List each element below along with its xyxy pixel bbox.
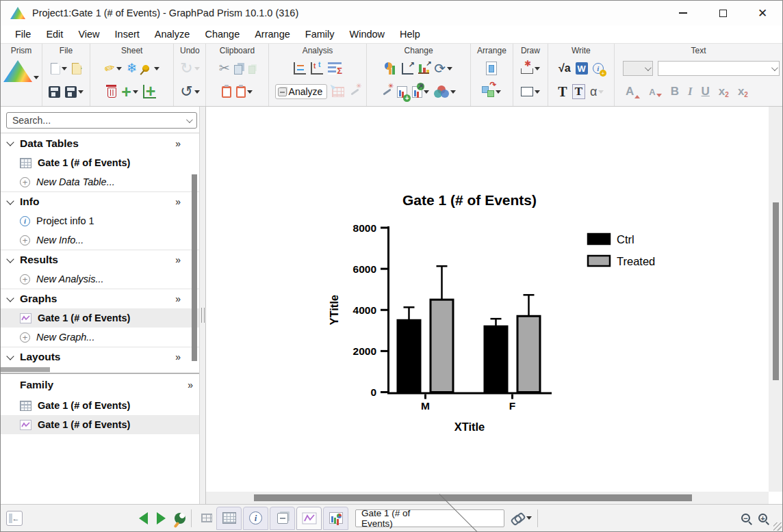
sidebar-item-new-info[interactable]: + New Info... xyxy=(1,230,199,250)
decrease-font-button[interactable]: A xyxy=(649,87,661,97)
tab-layouts[interactable] xyxy=(323,507,348,530)
apply-analysis-button[interactable] xyxy=(349,86,360,97)
family-item-graph-gate1[interactable]: Gate 1 (# of Events) xyxy=(1,415,199,434)
section-data-tables[interactable]: Data Tables » xyxy=(1,133,199,153)
interpolate-button[interactable] xyxy=(294,62,306,75)
sidebar-item-new-analysis[interactable]: + New Analysis... xyxy=(1,269,199,289)
sidebar-item-new-graph[interactable]: + New Graph... xyxy=(1,328,199,347)
forward-button[interactable] xyxy=(157,512,166,524)
open-file-button[interactable] xyxy=(72,63,82,75)
canvas-vertical-scrollbar-thumb[interactable] xyxy=(773,202,779,380)
draw-shape-button[interactable] xyxy=(521,87,540,96)
subscript-button[interactable]: x2 xyxy=(738,85,748,98)
rotate-flip-button[interactable]: ⟳ xyxy=(434,62,452,75)
resize-graph-button[interactable] xyxy=(412,86,429,98)
graph-canvas[interactable]: Gate 1 (# of Events)02000400060008000MFX… xyxy=(206,107,782,504)
cut-button[interactable]: ✂ xyxy=(218,62,229,75)
save-as-button[interactable] xyxy=(65,86,84,98)
bar-treated-f[interactable] xyxy=(517,316,540,392)
menu-analyze[interactable]: Analyze xyxy=(147,27,198,42)
menu-change[interactable]: Change xyxy=(197,27,247,42)
greek-letter-button[interactable]: α xyxy=(590,85,604,99)
expand-icon[interactable]: » xyxy=(175,254,180,265)
ttest-button[interactable]: tt xyxy=(311,62,323,75)
change-axes-button[interactable] xyxy=(402,63,413,75)
sidebar-item-project-info-1[interactable]: i Project info 1 xyxy=(1,211,199,230)
underline-button[interactable]: U xyxy=(702,85,710,98)
expand-icon[interactable]: » xyxy=(175,351,180,362)
tab-graphs[interactable] xyxy=(296,507,322,530)
bar-chart[interactable]: Gate 1 (# of Events)02000400060008000MFX… xyxy=(206,107,770,492)
text-tool-button[interactable]: T xyxy=(558,85,567,98)
section-graphs[interactable]: Graphs » xyxy=(1,289,199,308)
linked-table-button[interactable] xyxy=(332,87,344,97)
save-button[interactable] xyxy=(49,86,60,98)
pin-sheet-button[interactable] xyxy=(142,65,159,72)
bar-ctrl-m[interactable] xyxy=(398,320,420,392)
word-export-button[interactable]: W xyxy=(576,62,588,75)
font-size-combobox[interactable] xyxy=(623,61,653,76)
page-layout-button[interactable] xyxy=(486,62,497,75)
menu-arrange[interactable]: Arrange xyxy=(247,27,298,42)
undo-button[interactable]: ↺ xyxy=(180,85,199,98)
zoom-in-icon[interactable]: + xyxy=(758,514,767,522)
legend-swatch-treated[interactable] xyxy=(588,256,610,266)
gallery-view-icon[interactable] xyxy=(201,514,212,522)
sidebar-splitter[interactable] xyxy=(199,107,206,504)
collapse-navigator-button[interactable] xyxy=(6,511,23,526)
highlight-sheet-button[interactable]: ✏ xyxy=(105,62,122,75)
zoom-out-icon[interactable]: − xyxy=(741,514,750,522)
add-plot-button[interactable] xyxy=(397,86,407,98)
x-category-label[interactable]: F xyxy=(509,400,515,412)
analyze-button[interactable]: Analyze xyxy=(275,84,328,99)
sheet-selector-dropdown[interactable]: Gate 1 (# of Events) xyxy=(355,509,504,527)
legend-label-treated[interactable]: Treated xyxy=(617,255,655,267)
paste-data-button[interactable] xyxy=(248,64,255,74)
close-button[interactable]: ✕ xyxy=(743,1,782,25)
redo-button[interactable]: ↻ xyxy=(180,62,199,75)
delete-sheet-button[interactable] xyxy=(107,85,116,98)
bar-treated-m[interactable] xyxy=(431,300,453,392)
new-file-button[interactable] xyxy=(51,63,67,75)
paste-button[interactable] xyxy=(222,86,231,98)
y-axis-title[interactable]: YTitle xyxy=(328,295,340,325)
new-sheet-button[interactable]: + xyxy=(121,85,138,98)
format-wand-button[interactable] xyxy=(381,86,392,97)
x-axis-title[interactable]: XTitle xyxy=(454,421,485,433)
new-family-sheet-button[interactable]: + xyxy=(143,85,157,98)
search-input[interactable]: Search... xyxy=(6,112,197,129)
copy-button[interactable] xyxy=(234,62,244,75)
change-graph-type-button[interactable] xyxy=(385,62,397,75)
superscript-button[interactable]: x2 xyxy=(719,85,729,98)
sidebar-item-new-data-table[interactable]: + New Data Table... xyxy=(1,172,199,191)
search-sheets-icon[interactable] xyxy=(175,513,185,524)
menu-insert[interactable]: Insert xyxy=(107,27,147,42)
legend-label-ctrl[interactable]: Ctrl xyxy=(617,233,634,245)
resize-grip[interactable] xyxy=(773,522,782,531)
increase-font-button[interactable]: A xyxy=(626,85,640,98)
linked-sheets-button[interactable] xyxy=(511,514,532,522)
expand-icon[interactable]: » xyxy=(188,380,192,390)
change-scale-button[interactable] xyxy=(418,63,429,74)
prism-welcome-button[interactable] xyxy=(3,56,39,82)
menu-family[interactable]: Family xyxy=(298,27,342,42)
chart-title[interactable]: Gate 1 (# of Events) xyxy=(402,192,537,208)
paste-special-button[interactable] xyxy=(236,86,253,98)
sidebar-item-data-table-gate1[interactable]: Gate 1 (# of Events) xyxy=(1,153,199,172)
tab-data-tables[interactable] xyxy=(216,507,242,530)
expand-icon[interactable]: » xyxy=(175,293,180,304)
legend-swatch-ctrl[interactable] xyxy=(588,234,610,244)
sidebar-vertical-scrollbar[interactable] xyxy=(192,174,197,361)
tab-results[interactable] xyxy=(270,507,295,530)
tab-info[interactable]: i xyxy=(243,507,268,530)
minimize-button[interactable] xyxy=(663,1,703,25)
freeze-sheet-button[interactable]: ❄ xyxy=(127,62,138,75)
sidebar-item-graph-gate1[interactable]: Gate 1 (# of Events) xyxy=(1,308,199,328)
section-info[interactable]: Info » xyxy=(1,191,199,211)
back-button[interactable] xyxy=(139,512,148,524)
text-box-button[interactable]: T xyxy=(572,84,585,99)
bold-button[interactable]: B xyxy=(671,85,679,98)
maximize-button[interactable] xyxy=(703,1,743,25)
canvas-horizontal-scrollbar-thumb[interactable] xyxy=(254,494,692,501)
menu-edit[interactable]: Edit xyxy=(38,27,70,42)
